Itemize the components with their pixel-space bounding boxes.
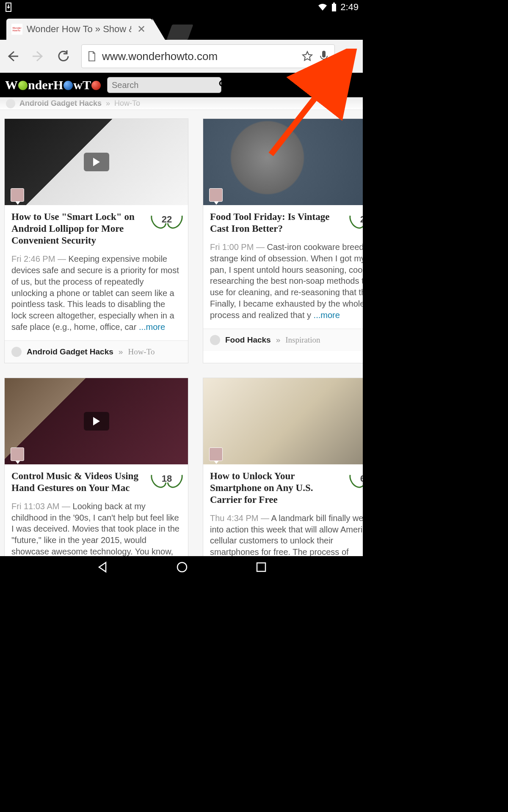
- forward-button: [30, 49, 46, 64]
- article-card[interactable]: Food Tool Friday: Is Vintage Cast Iron B…: [203, 118, 363, 363]
- nav-home-icon[interactable]: [176, 561, 188, 575]
- svg-rect-3: [322, 51, 326, 58]
- android-nav-bar: [0, 556, 363, 580]
- breadcrumb: Android Gadget Hacks » How-To: [0, 97, 363, 110]
- logo-dot-blue: [64, 81, 73, 90]
- score-badge: 22: [152, 211, 181, 228]
- browser-tab-strip: WonderHowTo Wonder How To » Show & Te ✕: [0, 14, 363, 40]
- timestamp: Fri 1:00 PM: [210, 242, 254, 252]
- more-link[interactable]: ...more: [139, 322, 165, 332]
- page-icon: [88, 51, 96, 62]
- svg-rect-8: [257, 563, 265, 571]
- download-icon: [4, 2, 13, 12]
- category-link[interactable]: Food Hacks: [225, 335, 271, 345]
- bookmark-star-icon[interactable]: [301, 50, 313, 62]
- card-image[interactable]: [203, 378, 363, 464]
- article-excerpt: Fri 11:03 AM — Looking back at my childh…: [11, 501, 181, 560]
- article-title[interactable]: How to Unlock Your Smartphone on Any U.S…: [210, 470, 346, 506]
- more-link[interactable]: ...more: [314, 310, 340, 320]
- url-text: www.wonderhowto.com: [102, 50, 295, 63]
- post-type: Inspiration: [285, 335, 320, 345]
- search-input[interactable]: [112, 80, 219, 90]
- article-excerpt: Fri 2:46 PM — Keeping expensive mobile d…: [11, 253, 181, 333]
- post-type: How-To: [128, 347, 155, 357]
- site-search[interactable]: [107, 77, 221, 93]
- battery-icon: [331, 3, 337, 12]
- wifi-icon: [318, 3, 328, 11]
- close-icon[interactable]: ✕: [135, 23, 147, 35]
- logo-dot-red: [91, 81, 101, 90]
- reload-button[interactable]: [56, 49, 71, 64]
- nav-recents-icon[interactable]: [256, 562, 267, 574]
- article-card[interactable]: Control Music & Videos Using Hand Gestur…: [4, 378, 188, 560]
- search-icon[interactable]: [219, 80, 227, 91]
- article-excerpt: Thu 4:34 PM — A landmark bill finally we…: [210, 513, 363, 560]
- site-logo[interactable]: WnderHwT: [5, 78, 101, 92]
- article-card[interactable]: How to Use "Smart Lock" on Android Lolli…: [4, 118, 188, 363]
- article-excerpt: Fri 1:00 PM — Cast-iron cookware breeds …: [210, 241, 363, 321]
- back-button[interactable]: [5, 49, 20, 64]
- crumb-category[interactable]: Android Gadget Hacks: [19, 99, 102, 108]
- card-image[interactable]: [5, 378, 188, 464]
- svg-point-7: [177, 562, 187, 572]
- article-title[interactable]: Control Music & Videos Using Hand Gestur…: [11, 470, 147, 494]
- browser-menu-button[interactable]: [345, 52, 358, 61]
- clock: 2:49: [340, 2, 359, 13]
- svg-point-5: [220, 81, 225, 86]
- site-header: WnderHwT: [0, 73, 363, 97]
- author-avatar[interactable]: [11, 447, 24, 461]
- score-badge: 29: [351, 211, 363, 228]
- tab-title: Wonder How To » Show & Te: [27, 24, 131, 35]
- svg-line-6: [224, 85, 227, 88]
- android-status-bar: 2:49: [0, 0, 363, 14]
- favicon: WonderHowTo: [11, 24, 22, 35]
- card-footer: Food Hacks » Inspiration: [203, 329, 363, 351]
- timestamp: Thu 4:34 PM: [210, 513, 259, 523]
- avatar: [6, 99, 15, 108]
- svg-rect-2: [333, 3, 335, 4]
- score-badge: 64: [351, 470, 363, 487]
- author-avatar[interactable]: [209, 447, 223, 461]
- address-bar[interactable]: www.wonderhowto.com: [81, 44, 335, 68]
- browser-tab[interactable]: WonderHowTo Wonder How To » Show & Te ✕: [6, 19, 152, 40]
- svg-rect-1: [332, 4, 336, 11]
- browser-toolbar: www.wonderhowto.com: [0, 40, 363, 73]
- play-icon[interactable]: [84, 412, 109, 431]
- article-grid: How to Use "Smart Lock" on Android Lolli…: [0, 110, 363, 560]
- timestamp: Fri 11:03 AM: [11, 502, 59, 511]
- nav-back-icon[interactable]: [97, 561, 108, 575]
- card-footer: Android Gadget Hacks » How-To: [5, 340, 188, 363]
- mic-icon[interactable]: [319, 50, 329, 63]
- author-avatar[interactable]: [11, 188, 24, 202]
- logo-dot-green: [18, 81, 28, 90]
- score-badge: 18: [152, 470, 181, 487]
- crumb-type: How-To: [114, 99, 140, 108]
- new-tab-button[interactable]: [166, 25, 193, 40]
- card-image[interactable]: [5, 119, 188, 205]
- article-title[interactable]: Food Tool Friday: Is Vintage Cast Iron B…: [210, 211, 346, 235]
- avatar: [210, 335, 220, 345]
- category-link[interactable]: Android Gadget Hacks: [27, 347, 113, 357]
- article-title[interactable]: How to Use "Smart Lock" on Android Lolli…: [11, 211, 147, 247]
- avatar: [11, 347, 22, 357]
- play-icon[interactable]: [84, 153, 109, 171]
- article-card[interactable]: How to Unlock Your Smartphone on Any U.S…: [203, 378, 363, 560]
- card-image[interactable]: [203, 119, 363, 205]
- timestamp: Fri 2:46 PM: [11, 254, 55, 263]
- author-avatar[interactable]: [209, 188, 223, 202]
